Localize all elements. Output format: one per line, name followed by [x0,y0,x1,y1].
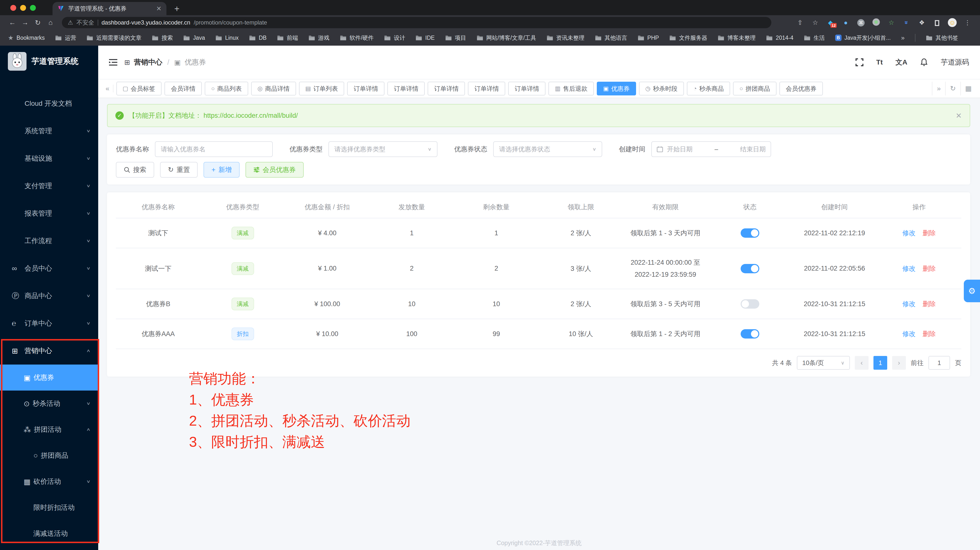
member-coupon-button[interactable]: 会员优惠券 [245,162,304,178]
reset-button[interactable]: ↻ 重置 [160,162,197,178]
address-bar[interactable]: ⚠ 不安全 dashboard-vue3.yudao.iocoder.cn/pr… [62,17,772,28]
bookmark-item[interactable]: Linux [215,35,239,41]
nav-tab[interactable]: ▢ 会员标签 [116,82,162,95]
sidebar-item[interactable]: ⊙ 秒杀活动 ∨ [0,390,98,417]
sidebar-item[interactable]: 工作流程 ∨ [0,227,98,255]
nav-tab[interactable]: ◎ 商品详情 [251,82,296,95]
sidebar-item[interactable]: ▣ 优惠券 [0,365,98,390]
nav-tab[interactable]: ◔ 秒杀商品 [687,82,730,95]
coupon-status-select[interactable]: 请选择优惠券状态 ∨ [493,141,602,157]
notice-link[interactable]: https://doc.iocoder.cn/mall/build/ [204,112,298,119]
sidebar-item[interactable]: Cloud 开发文档 [0,90,98,117]
delete-link[interactable]: 删除 [923,229,936,237]
extension-command-icon[interactable]: ⌘ [854,19,867,27]
tabs-scroll-right-icon[interactable]: » [932,82,945,95]
coupon-name-input[interactable] [155,141,273,157]
sidebar-item[interactable]: 支付管理 ∨ [0,172,98,200]
bookmark-item[interactable]: 资讯未整理 [546,34,584,42]
bookmark-item[interactable]: 运营 [55,34,76,42]
nav-tab[interactable]: ○ 商品列表 [205,82,248,95]
sidebar-item[interactable]: Ⓟ 商品中心 ∨ [0,282,98,310]
end-date-placeholder[interactable]: 结束日期 [740,145,766,154]
nav-tab[interactable]: 订单详情 [387,82,425,95]
start-date-placeholder[interactable]: 开始日期 [667,145,692,154]
search-button[interactable]: 搜索 [116,162,154,178]
edit-link[interactable]: 修改 [902,265,916,272]
tab-close-icon[interactable]: ✕ [156,5,162,12]
delete-link[interactable]: 删除 [923,300,936,307]
bookmark-item[interactable]: 近期需要读的文章 [86,34,142,42]
home-icon[interactable]: ⌂ [44,19,57,27]
page-size-select[interactable]: 10条/页 ∨ [797,356,850,370]
status-toggle[interactable] [741,299,759,309]
bookmark-item[interactable]: 网站/博客/文章/工具 [477,34,536,42]
bookmark-item[interactable]: 2014-4 [766,35,794,41]
bookmark-item[interactable]: 生活 [804,34,825,42]
bookmark-item[interactable]: 游戏 [308,34,329,42]
nav-tab[interactable]: ○ 拼团商品 [733,82,776,95]
breadcrumb-parent[interactable]: 营销中心 [134,57,162,67]
app-logo-row[interactable]: 芋道管理系统 [0,46,98,77]
collapse-sidebar-icon[interactable] [109,59,117,66]
bookmark-item[interactable]: 搜索 [152,34,173,42]
tabs-scroll-left-icon[interactable]: « [102,85,113,92]
nav-tab[interactable]: 订单详情 [508,82,546,95]
new-tab-button[interactable]: + [174,5,180,13]
sidebar-item[interactable]: 限时折扣活动 [0,495,98,521]
bookmark-item[interactable]: B Java开发|小组首... [835,34,891,42]
sidebar-item[interactable]: ℮ 订单中心 ∨ [0,310,98,337]
edit-link[interactable]: 修改 [902,330,916,338]
edit-link[interactable]: 修改 [902,229,916,237]
sidebar-item[interactable]: 满减送活动 [0,521,98,547]
minimize-window-button[interactable] [20,5,26,11]
reading-mode-icon[interactable] [931,19,943,26]
next-page-button[interactable]: › [892,356,906,370]
browser-menu-icon[interactable]: ⋮ [961,19,974,26]
sidebar-item[interactable]: 系统管理 ∨ [0,117,98,145]
layout-columns-icon[interactable]: ▦ [960,82,976,95]
close-window-button[interactable] [10,5,16,11]
coupon-type-select[interactable]: 请选择优惠券类型 ∨ [328,141,438,157]
nav-tab[interactable]: ▥ 售后退款 [549,82,594,95]
notice-close-icon[interactable]: ✕ [956,111,962,120]
bookmark-item[interactable]: 前端 [277,34,298,42]
edit-link[interactable]: 修改 [902,300,916,307]
profile-avatar[interactable]: ☺ [946,18,959,27]
extensions-puzzle-icon[interactable]: ❖ [915,19,928,26]
back-icon[interactable]: ← [6,19,19,27]
status-toggle[interactable] [741,264,759,273]
nav-tab[interactable]: ▤ 订单列表 [299,82,344,95]
nav-tab[interactable]: 订单详情 [347,82,385,95]
forward-icon[interactable]: → [19,19,32,27]
delete-link[interactable]: 删除 [923,265,936,272]
status-toggle[interactable] [741,329,759,339]
theme-settings-button[interactable]: ⚙ [964,280,980,302]
add-button[interactable]: + 新增 [204,162,239,178]
maximize-window-button[interactable] [30,5,36,11]
bookmarks-overflow-icon[interactable]: » [901,34,904,42]
extension-recorder-icon[interactable] [870,18,883,27]
bookmark-item[interactable]: 设计 [384,34,405,42]
bookmark-star-icon[interactable]: ☆ [809,19,822,26]
goto-page-input[interactable] [928,356,950,370]
refresh-tab-icon[interactable]: ↻ [945,82,960,95]
bookmark-item[interactable]: 博客未整理 [718,34,756,42]
nav-tab[interactable]: 订单详情 [428,82,465,95]
extension-chevrons-icon[interactable]: » [900,19,913,26]
current-page-button[interactable]: 1 [873,356,887,370]
sidebar-item[interactable]: ∞ 会员中心 ∨ [0,255,98,282]
delete-link[interactable]: 删除 [923,330,936,338]
bookmark-item[interactable]: ★ Bookmarks [8,34,45,42]
sidebar-item[interactable]: ⊞ 营销中心 ∧ [0,337,98,365]
extension-xdebug-icon[interactable]: ◆ 12 [824,19,837,26]
extension-star-icon[interactable]: ☆ [885,19,898,26]
sidebar-item[interactable]: ○ 拼团商品 [0,442,98,469]
bookmark-item[interactable]: 软件/硬件 [340,34,374,42]
bookmark-item[interactable]: Java [183,35,205,41]
bookmark-item[interactable]: PHP [638,35,659,41]
sidebar-item[interactable]: 报表管理 ∨ [0,200,98,227]
font-size-icon[interactable]: Tt [876,59,883,66]
browser-tab[interactable]: 芋道管理系统 - 优惠券 ✕ [52,2,167,15]
reload-icon[interactable]: ↻ [32,19,44,27]
username[interactable]: 芋道源码 [941,57,969,67]
